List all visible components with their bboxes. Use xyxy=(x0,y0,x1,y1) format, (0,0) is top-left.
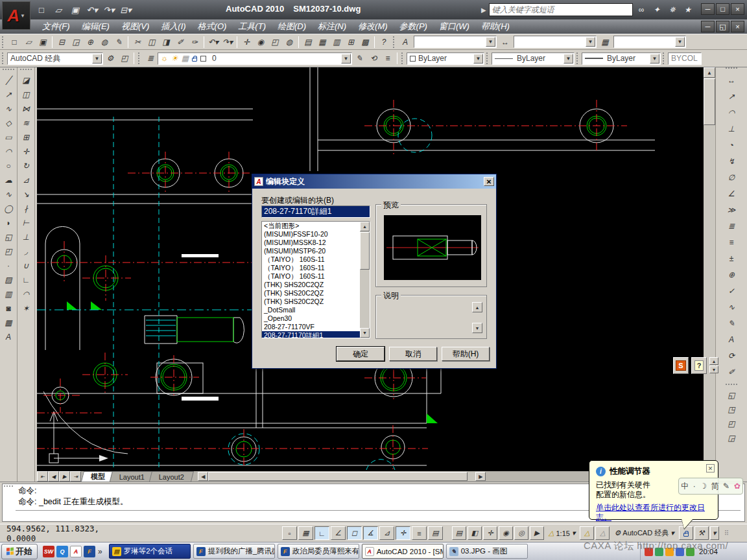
color-combo[interactable]: ByLayer▼ xyxy=(407,52,484,65)
qat-redo-button[interactable]: ↷▾ xyxy=(101,3,117,17)
status-osnap-button[interactable]: ◻ xyxy=(347,526,362,540)
block-list-item[interactable]: (MISUMI)FSSF10-20 xyxy=(262,230,370,239)
block-list-item[interactable]: 208-27-71170VF xyxy=(262,323,370,331)
modify-extend-button[interactable]: ⊢ xyxy=(19,216,34,230)
draw-polygon-button[interactable]: ◇ xyxy=(1,116,16,130)
toolbar-grip[interactable] xyxy=(726,67,737,70)
cleanscreen-button[interactable]: ⚒ xyxy=(694,526,709,540)
task-qq-sessions[interactable]: ▤罗琳等2个会话 xyxy=(109,544,191,559)
modify-copy-button[interactable]: ◫ xyxy=(19,88,34,102)
dim-ordinate-button[interactable]: ⊥ xyxy=(724,121,739,137)
infocenter-search-input[interactable] xyxy=(489,3,633,16)
status-dyn-button[interactable]: ✛ xyxy=(396,526,410,540)
block-list-item[interactable]: （TAIYO） 160S-11 xyxy=(262,272,370,281)
infocenter-satellite-icon[interactable]: ✵ xyxy=(665,3,680,16)
toolbar-grip[interactable] xyxy=(20,69,32,71)
horizontal-scroll-track[interactable] xyxy=(468,472,475,481)
dim-text-edit-button[interactable]: A xyxy=(724,331,739,347)
draw-region-button[interactable]: ◙ xyxy=(1,301,16,316)
modify-break-at-point-button[interactable]: ⊥ xyxy=(19,230,34,244)
std-calculator-button[interactable]: ▩ xyxy=(358,35,372,49)
infocenter-search-icon[interactable]: ∞ xyxy=(634,3,648,16)
block-list-item[interactable]: (MISUMI)MSSK8-12 xyxy=(262,239,370,247)
modify-stretch-button[interactable]: ↘ xyxy=(19,187,34,202)
balloon-link[interactable]: 单击此处以查看所进行的更改日志。 xyxy=(596,503,711,522)
toolbar-grip[interactable] xyxy=(576,52,580,64)
block-list-item[interactable]: 208-27-71170詳細1 xyxy=(262,331,370,338)
dim-baseline-button[interactable]: ≣ xyxy=(724,218,739,234)
dim-center-mark-button[interactable]: ⊕ xyxy=(724,266,739,283)
annotation-auto-button[interactable]: △ xyxy=(580,526,594,540)
status-otrack-button[interactable]: ∡ xyxy=(363,526,378,540)
std-undo-button[interactable]: ↶▾ xyxy=(206,35,220,49)
block-name-input[interactable] xyxy=(261,205,370,218)
toolbar-grip[interactable] xyxy=(138,52,141,64)
layer-vp-freeze-icon[interactable]: ▦ xyxy=(182,54,189,63)
menu-help[interactable]: 帮助(H) xyxy=(475,19,516,34)
block-list-item[interactable]: （TAIYO） 160S-11 xyxy=(262,255,370,264)
draw-arc-button[interactable]: ◠ xyxy=(1,145,16,159)
toolbar-grip[interactable] xyxy=(393,36,396,48)
block-list-item[interactable]: (THK) SHS20C2QZ xyxy=(262,281,370,289)
draw-make-block-button[interactable]: ◰ xyxy=(1,244,16,259)
status-ducs-button[interactable]: ⊿ xyxy=(379,526,394,540)
dim-style-combo[interactable]: ▼ xyxy=(514,36,597,48)
draworder-bring-to-front-button[interactable]: ◱ xyxy=(724,388,739,402)
menu-draw[interactable]: 绘图(D) xyxy=(272,19,312,34)
status-polar-button[interactable]: ∠ xyxy=(331,526,346,540)
draw-mtext-button[interactable]: A xyxy=(1,330,16,344)
scroll-right-button[interactable]: ▶ xyxy=(475,472,486,481)
draw-ellipse-arc-button[interactable]: ◗ xyxy=(1,216,16,230)
quicklaunch-autocad-icon[interactable]: A xyxy=(70,546,82,557)
help-button[interactable]: 帮助(H) xyxy=(442,347,490,361)
toolbar-grip[interactable] xyxy=(663,52,666,64)
horizontal-scroll-thumb[interactable] xyxy=(208,472,468,481)
application-menu-button[interactable]: A▼ xyxy=(2,1,30,30)
menu-format[interactable]: 格式(O) xyxy=(192,19,233,34)
description-scrollbar[interactable]: ▲ ▼ xyxy=(472,302,482,333)
cancel-button[interactable]: 取消 xyxy=(389,347,437,361)
menu-modify[interactable]: 修改(M) xyxy=(352,19,394,34)
std-zoom-previous-button[interactable]: ◍ xyxy=(282,35,296,49)
list-scroll-down-button[interactable]: ▼ xyxy=(360,328,370,338)
modify-join-button[interactable]: ∪ xyxy=(19,259,34,273)
modify-mirror-button[interactable]: ⋈ xyxy=(19,102,34,116)
scroll-up-button[interactable]: ▲ xyxy=(704,67,715,78)
layer-previous-button[interactable]: ⟲ xyxy=(366,52,381,65)
dialog-title-bar[interactable]: A 编辑块定义 ✕ xyxy=(252,174,496,189)
quick-launch-chevron[interactable]: » xyxy=(98,547,102,556)
communication-center-button[interactable]: S xyxy=(673,357,689,374)
draw-rectangle-button[interactable]: ▭ xyxy=(1,130,16,145)
modify-scale-button[interactable]: ⊿ xyxy=(19,173,34,187)
menu-view[interactable]: 视图(V) xyxy=(115,19,155,34)
minimize-button[interactable]: ─ xyxy=(701,3,715,15)
std-save-button[interactable]: ▣ xyxy=(36,35,50,49)
scroll-left-button[interactable]: ◀ xyxy=(198,472,208,481)
task-autocad[interactable]: AAutoCAD 2010 - [SM12... xyxy=(362,544,444,559)
dim-linear-button[interactable]: ↔ xyxy=(724,72,739,88)
workspace-switch-button[interactable]: ⚙ AutoCAD 经典 ▾ xyxy=(611,528,677,539)
quicklaunch-firefox-icon[interactable]: F xyxy=(84,546,95,557)
std-cut-button[interactable]: ✂ xyxy=(130,35,145,49)
status-model-button[interactable]: ▤ xyxy=(452,526,466,540)
std-zoom-realtime-button[interactable]: ◉ xyxy=(254,35,268,49)
std-publish-button[interactable]: ⊕ xyxy=(83,35,97,49)
list-scroll-thumb[interactable] xyxy=(360,232,370,270)
menu-edit[interactable]: 编辑(E) xyxy=(76,19,115,34)
qat-new-button[interactable]: □ xyxy=(34,3,49,17)
menu-dimension[interactable]: 标注(N) xyxy=(312,19,352,34)
doc-close-button[interactable]: × xyxy=(731,21,744,32)
infocenter-favorites-star-icon[interactable]: ★ xyxy=(681,3,695,16)
desc-scroll-up-button[interactable]: ▲ xyxy=(472,302,482,312)
task-firefox-weibo[interactable]: F提到我的广播_腾讯微... xyxy=(193,544,275,559)
dim-angular-button[interactable]: ∠ xyxy=(724,185,739,202)
annotation-scale-button[interactable]: △ 1:15 ▾ xyxy=(545,528,578,538)
status-grid-button[interactable]: ▦ xyxy=(298,526,313,540)
quicklaunch-solidworks-icon[interactable]: SW xyxy=(43,546,54,557)
draworder-send-to-back-button[interactable]: ◳ xyxy=(724,402,739,417)
std-match-properties-button[interactable]: ✐ xyxy=(173,35,187,49)
spin-down-button[interactable]: ▾ xyxy=(709,366,718,373)
dim-diameter-button[interactable]: ∅ xyxy=(724,169,739,185)
std-zoom-window-button[interactable]: ◰ xyxy=(268,35,282,49)
qat-save-button[interactable]: ▣ xyxy=(67,3,83,17)
